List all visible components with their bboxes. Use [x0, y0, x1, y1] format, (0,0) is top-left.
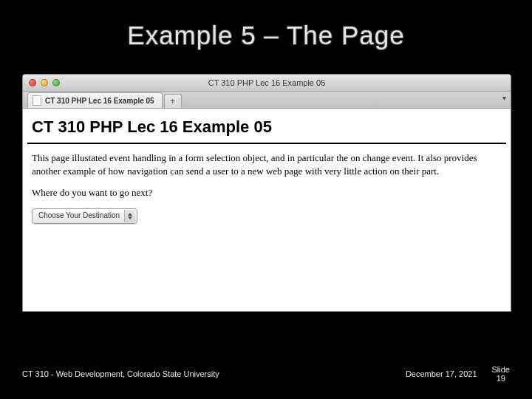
- slide-number: 19: [492, 374, 510, 383]
- footer-date: December 17, 2021: [406, 369, 477, 378]
- destination-select[interactable]: Choose Your Destination: [32, 208, 137, 224]
- footer-right: December 17, 2021 Slide 19: [406, 365, 510, 383]
- slide-label: Slide: [492, 365, 510, 374]
- page-paragraph: This page illustated event handling in a…: [32, 151, 502, 177]
- new-tab-button[interactable]: +: [164, 94, 182, 108]
- plus-icon: +: [170, 96, 175, 106]
- slide: Example 5 – The Page CT 310 PHP Lec 16 E…: [0, 0, 532, 399]
- chevron-down-icon: ▾: [502, 94, 506, 102]
- select-value: Choose Your Destination: [38, 211, 120, 221]
- select-stepper-icon: [124, 210, 135, 222]
- window-titlebar: CT 310 PHP Lec 16 Example 05: [23, 75, 511, 92]
- page-content: CT 310 PHP Lec 16 Example 05 This page i…: [23, 109, 511, 311]
- page-icon: [33, 95, 41, 106]
- tab-active[interactable]: CT 310 PHP Lec 16 Example 05: [27, 92, 163, 108]
- tab-label: CT 310 PHP Lec 16 Example 05: [45, 97, 154, 105]
- slide-title: Example 5 – The Page: [0, 21, 532, 50]
- chevron-up-icon: [128, 213, 132, 216]
- slide-footer: CT 310 - Web Development, Colorado State…: [22, 365, 510, 383]
- browser-window: CT 310 PHP Lec 16 Example 05 CT 310 PHP …: [22, 74, 511, 312]
- page-body: This page illustated event handling in a…: [23, 144, 511, 231]
- toolbar-menu-button[interactable]: ▾: [502, 94, 506, 102]
- page-header: CT 310 PHP Lec 16 Example 05: [27, 109, 506, 144]
- tab-strip: CT 310 PHP Lec 16 Example 05 +: [23, 92, 511, 109]
- footer-course: CT 310 - Web Development, Colorado State…: [22, 369, 219, 378]
- page-heading: CT 310 PHP Lec 16 Example 05: [32, 117, 502, 137]
- page-prompt: Where do you want to go next?: [32, 186, 502, 200]
- footer-slide-number: Slide 19: [492, 365, 510, 383]
- chevron-down-icon: [128, 216, 132, 219]
- window-title: CT 310 PHP Lec 16 Example 05: [23, 78, 511, 87]
